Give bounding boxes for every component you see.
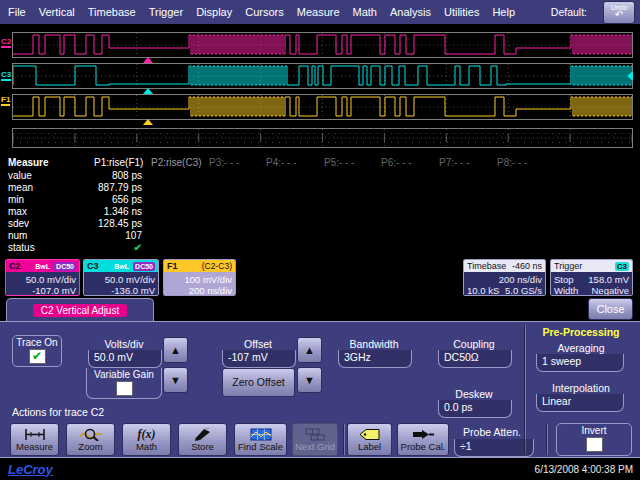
oscilloscope-screen: File Vertical Timebase Trigger Display C… [0, 0, 640, 480]
label-icon [358, 427, 382, 441]
row-value-p1: 808 ps [94, 170, 142, 181]
offset-increase-button[interactable]: ▲ [297, 337, 322, 363]
trace-on-checkbox[interactable]: ✔ [29, 349, 46, 364]
timebase-header: Timebase -460 ns [464, 260, 545, 272]
trace-descriptor-f1[interactable]: F1 (C2-C3) 100 mV/div 200 ns/div [163, 259, 236, 296]
row-label: min [8, 194, 24, 205]
c3-scale: 50.0 mV/div [87, 274, 155, 285]
waveform-grid-empty[interactable] [12, 128, 633, 148]
measure-col-p8[interactable]: P8:- - - [497, 157, 549, 168]
deskew-field[interactable]: 0.0 ps [438, 400, 512, 418]
trigger-position-marker-f1[interactable] [143, 119, 153, 125]
waveform-grid-c3[interactable] [12, 63, 633, 89]
timebase-delay: -460 ns [512, 261, 542, 271]
measure-action-button[interactable]: Measure [10, 423, 59, 456]
trigger-descriptor[interactable]: Trigger C3 Stop 158.0 mV Width Negative [550, 259, 633, 296]
menu-cursors[interactable]: Cursors [245, 6, 284, 18]
zoom-icon [79, 427, 103, 441]
menu-math[interactable]: Math [353, 6, 377, 18]
menu-trigger[interactable]: Trigger [149, 6, 183, 18]
volts-div-decrease-button[interactable]: ▼ [163, 367, 188, 393]
measure-col-p1[interactable]: P1:rise(F1) [94, 157, 146, 168]
measure-header-row: Measure P1:rise(F1) P2:rise(C3) P3:- - -… [0, 157, 640, 169]
variable-gain-label: Variable Gain [94, 369, 154, 380]
probe-cal-action-button[interactable]: Probe Cal. [397, 423, 449, 456]
deskew-label: Deskew [434, 388, 514, 400]
trigger-level-marker[interactable] [627, 71, 633, 81]
volts-div-field[interactable]: 50.0 mV [88, 350, 162, 368]
coupling-badge: DC50 [133, 262, 155, 271]
f1-descriptor-body: 100 mV/div 200 ns/div [164, 272, 235, 296]
timebase-scale: 200 ns/div [467, 274, 542, 285]
action-button-label: Zoom [78, 441, 102, 452]
c2-id: C2 [9, 261, 21, 271]
row-label: max [8, 206, 27, 217]
averaging-field[interactable]: 1 sweep [536, 354, 624, 372]
label-action-button[interactable]: Label [347, 423, 392, 456]
trace-label-f1[interactable]: F1 [1, 95, 10, 106]
waveform-grid-c2[interactable] [12, 32, 633, 58]
f1-timebase: 200 ns/div [167, 285, 232, 296]
measure-col-p3[interactable]: P3:- - - [209, 157, 261, 168]
offset-field[interactable]: -107 mV [222, 350, 296, 368]
preprocessing-title: Pre-Processing [528, 326, 634, 338]
zoom-action-button[interactable]: Zoom [66, 423, 115, 456]
variable-gain-checkbox[interactable] [116, 381, 133, 396]
invert-label: Invert [581, 425, 606, 436]
interpolation-field[interactable]: Linear [536, 394, 624, 412]
menu-file[interactable]: File [8, 6, 26, 18]
default-setup-label: Default: [551, 6, 587, 18]
probe-atten-field[interactable]: ÷1 [454, 439, 534, 457]
trace-on-label: Trace On [16, 337, 57, 348]
channel-descriptor-c2[interactable]: C2 BwL DC50 50.0 mV/div -107.0 mV [5, 259, 80, 296]
row-value-p1: 128.45 ps [94, 218, 142, 229]
coupling-field[interactable]: DC50Ω [438, 350, 512, 368]
probe-atten-label: Probe Atten. [452, 426, 532, 438]
measure-row-sdev: sdev 128.45 ps [0, 218, 640, 230]
trace-label-c3[interactable]: C3 [1, 70, 11, 81]
coupling-label: Coupling [434, 338, 514, 350]
bandwidth-label: Bandwidth [334, 338, 414, 350]
measure-col-p7[interactable]: P7:- - - [439, 157, 491, 168]
find-scale-action-button[interactable]: Find Scale [234, 423, 287, 456]
zero-offset-button[interactable]: Zero Offset [222, 368, 295, 397]
trigger-body: Stop 158.0 mV Width Negative [551, 272, 632, 296]
timebase-descriptor[interactable]: Timebase -460 ns 200 ns/div 10.0 kS 5.0 … [463, 259, 546, 296]
offset-decrease-button[interactable]: ▼ [297, 367, 322, 393]
measure-col-p5[interactable]: P5:- - - [324, 157, 376, 168]
invert-checkbox[interactable] [586, 437, 603, 452]
menu-vertical[interactable]: Vertical [39, 6, 75, 18]
measure-col-p6[interactable]: P6:- - - [381, 157, 433, 168]
measure-row-status: status ✔ [0, 242, 640, 254]
math-action-button[interactable]: f(x) Math [122, 423, 171, 456]
volts-div-label: Volts/div [84, 338, 164, 350]
channel-descriptor-c3[interactable]: C3 BwL DC50 50.0 mV/div -136.0 mV [83, 259, 159, 296]
measure-col-p2[interactable]: P2:rise(C3) [151, 157, 203, 168]
menu-analysis[interactable]: Analysis [390, 6, 431, 18]
action-button-label: Next Grid [295, 441, 335, 452]
menu-timebase[interactable]: Timebase [88, 6, 136, 18]
timebase-samples: 10.0 kS [467, 285, 499, 296]
menu-help[interactable]: Help [492, 6, 515, 18]
store-action-button[interactable]: Store [178, 423, 227, 456]
tab-c2-vertical-adjust[interactable]: C2 Vertical Adjust [6, 298, 154, 321]
undo-button[interactable]: Undo ↶ [603, 1, 635, 24]
trigger-position-marker-c3[interactable] [143, 88, 153, 94]
close-button[interactable]: Close [588, 298, 633, 320]
variable-gain-group: Variable Gain [86, 368, 162, 399]
math-icon: f(x) [138, 427, 156, 441]
menu-display[interactable]: Display [196, 6, 232, 18]
bandwidth-limit-badge: BwL [112, 262, 131, 271]
trigger-position-marker-c2[interactable] [143, 57, 153, 63]
trace-label-c2[interactable]: C2 [1, 37, 11, 48]
timebase-body: 200 ns/div 10.0 kS 5.0 GS/s [464, 272, 545, 296]
volts-div-increase-button[interactable]: ▲ [163, 337, 188, 363]
c3-descriptor-body: 50.0 mV/div -136.0 mV [84, 272, 158, 296]
bandwidth-field[interactable]: 3GHz [338, 350, 412, 368]
menu-utilities[interactable]: Utilities [444, 6, 479, 18]
waveform-grid-f1[interactable] [12, 94, 633, 120]
trace-on-group: Trace On ✔ [12, 335, 62, 367]
measure-row-max: max 1.346 ns [0, 206, 640, 218]
menu-measure[interactable]: Measure [297, 6, 340, 18]
measure-col-p4[interactable]: P4:- - - [266, 157, 318, 168]
